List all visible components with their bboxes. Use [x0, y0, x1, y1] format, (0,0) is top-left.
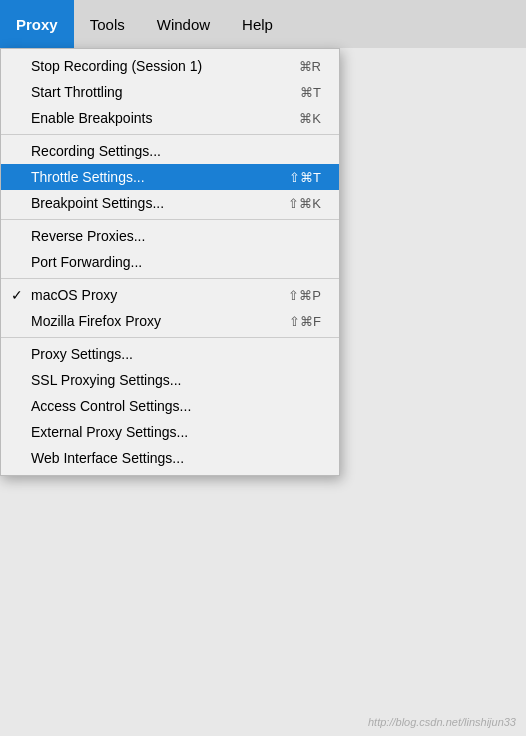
separator-2	[1, 219, 339, 220]
menu-item-web-interface-settings-label: Web Interface Settings...	[31, 450, 301, 466]
menu-item-breakpoint-settings-label: Breakpoint Settings...	[31, 195, 268, 211]
menu-item-throttle-settings-label: Throttle Settings...	[31, 169, 269, 185]
menu-item-breakpoint-settings-shortcut: ⇧⌘K	[288, 196, 321, 211]
menu-bar-window[interactable]: Window	[141, 0, 226, 48]
menu-item-port-forwarding-label: Port Forwarding...	[31, 254, 301, 270]
separator-1	[1, 134, 339, 135]
proxy-dropdown-menu: Stop Recording (Session 1) ⌘R Start Thro…	[0, 48, 340, 476]
menu-item-macos-proxy[interactable]: ✓ macOS Proxy ⇧⌘P	[1, 282, 339, 308]
menu-item-port-forwarding[interactable]: Port Forwarding...	[1, 249, 339, 275]
menu-item-firefox-proxy-label: Mozilla Firefox Proxy	[31, 313, 269, 329]
menu-item-proxy-settings-label: Proxy Settings...	[31, 346, 301, 362]
menu-bar-tools[interactable]: Tools	[74, 0, 141, 48]
menu-item-stop-recording-label: Stop Recording (Session 1)	[31, 58, 279, 74]
menu-section-2: Recording Settings... Throttle Settings.…	[1, 138, 339, 216]
menu-item-breakpoint-settings[interactable]: Breakpoint Settings... ⇧⌘K	[1, 190, 339, 216]
menu-item-enable-breakpoints-shortcut: ⌘K	[299, 111, 321, 126]
menu-item-enable-breakpoints-label: Enable Breakpoints	[31, 110, 279, 126]
menu-section-4: ✓ macOS Proxy ⇧⌘P Mozilla Firefox Proxy …	[1, 282, 339, 334]
menu-item-reverse-proxies-label: Reverse Proxies...	[31, 228, 301, 244]
menu-item-firefox-proxy[interactable]: Mozilla Firefox Proxy ⇧⌘F	[1, 308, 339, 334]
menu-bar-proxy-label: Proxy	[16, 16, 58, 33]
separator-4	[1, 337, 339, 338]
menu-item-web-interface-settings[interactable]: Web Interface Settings...	[1, 445, 339, 471]
menu-section-1: Stop Recording (Session 1) ⌘R Start Thro…	[1, 49, 339, 131]
menu-item-firefox-proxy-shortcut: ⇧⌘F	[289, 314, 321, 329]
menu-bar-window-label: Window	[157, 16, 210, 33]
menu-item-recording-settings[interactable]: Recording Settings...	[1, 138, 339, 164]
menu-item-recording-settings-label: Recording Settings...	[31, 143, 301, 159]
menu-bar-tools-label: Tools	[90, 16, 125, 33]
menu-item-start-throttling-label: Start Throttling	[31, 84, 280, 100]
menu-item-throttle-settings-shortcut: ⇧⌘T	[289, 170, 321, 185]
menu-item-start-throttling[interactable]: Start Throttling ⌘T	[1, 79, 339, 105]
menu-item-reverse-proxies[interactable]: Reverse Proxies...	[1, 223, 339, 249]
menu-item-throttle-settings[interactable]: Throttle Settings... ⇧⌘T	[1, 164, 339, 190]
menu-item-start-throttling-shortcut: ⌘T	[300, 85, 321, 100]
menu-item-ssl-proxying-settings[interactable]: SSL Proxying Settings...	[1, 367, 339, 393]
menu-section-3: Reverse Proxies... Port Forwarding...	[1, 223, 339, 275]
separator-3	[1, 278, 339, 279]
menu-item-access-control-settings-label: Access Control Settings...	[31, 398, 301, 414]
menu-item-stop-recording-shortcut: ⌘R	[299, 59, 321, 74]
menu-item-proxy-settings[interactable]: Proxy Settings...	[1, 341, 339, 367]
menu-item-macos-proxy-shortcut: ⇧⌘P	[288, 288, 321, 303]
menu-item-external-proxy-settings[interactable]: External Proxy Settings...	[1, 419, 339, 445]
menu-bar-proxy[interactable]: Proxy	[0, 0, 74, 48]
macos-proxy-checkmark: ✓	[11, 287, 23, 303]
menu-item-external-proxy-settings-label: External Proxy Settings...	[31, 424, 301, 440]
menu-item-enable-breakpoints[interactable]: Enable Breakpoints ⌘K	[1, 105, 339, 131]
menu-item-access-control-settings[interactable]: Access Control Settings...	[1, 393, 339, 419]
menu-item-stop-recording[interactable]: Stop Recording (Session 1) ⌘R	[1, 53, 339, 79]
menu-item-macos-proxy-label: macOS Proxy	[31, 287, 268, 303]
menu-bar-help[interactable]: Help	[226, 0, 289, 48]
menu-bar: Proxy Tools Window Help	[0, 0, 526, 48]
watermark: http://blog.csdn.net/linshijun33	[368, 716, 516, 728]
menu-section-5: Proxy Settings... SSL Proxying Settings.…	[1, 341, 339, 475]
menu-item-ssl-proxying-settings-label: SSL Proxying Settings...	[31, 372, 301, 388]
menu-bar-help-label: Help	[242, 16, 273, 33]
